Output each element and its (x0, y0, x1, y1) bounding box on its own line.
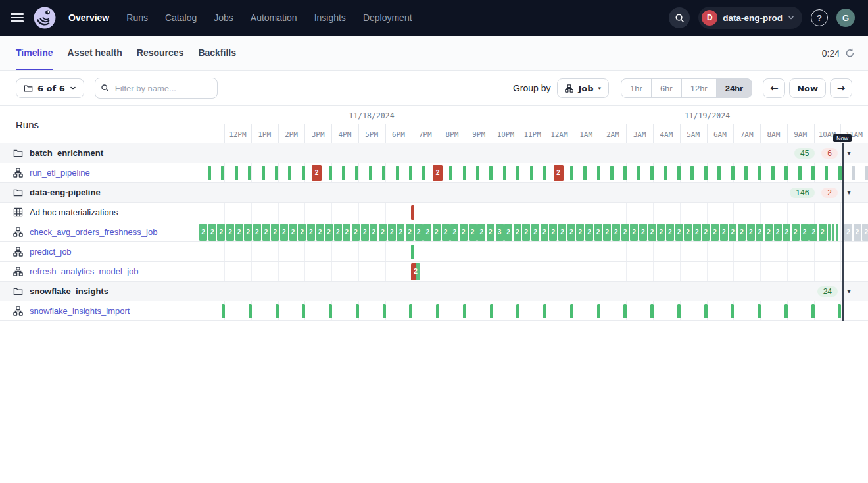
run-mark[interactable]: 2 (702, 224, 710, 241)
nav-item-overview[interactable]: Overview (68, 13, 109, 23)
run-mark[interactable]: 3 (496, 224, 504, 241)
run-mark[interactable]: 2 (361, 224, 369, 241)
run-mark[interactable] (690, 166, 694, 180)
group-row-batch-enrichment[interactable]: batch_enrichment456▾ (0, 143, 868, 163)
run-mark[interactable] (355, 166, 358, 180)
group-row-data-eng-pipeline[interactable]: data-eng-pipeline1462▾ (0, 183, 868, 203)
run-mark[interactable]: 2 (549, 224, 557, 241)
run-mark[interactable]: 2 (567, 224, 575, 241)
tab-asset-health[interactable]: Asset health (68, 36, 122, 70)
run-mark[interactable]: 2 (244, 224, 252, 241)
now-button[interactable]: Now (789, 78, 826, 98)
run-mark[interactable] (422, 166, 425, 180)
run-mark[interactable]: 2 (531, 224, 539, 241)
hamburger-menu-icon[interactable] (11, 13, 24, 22)
run-mark[interactable] (530, 166, 533, 180)
run-mark[interactable] (516, 166, 519, 180)
run-mark[interactable] (828, 224, 831, 241)
run-mark[interactable]: 2 (603, 224, 611, 241)
chevron-down-icon[interactable]: ▾ (844, 189, 854, 196)
run-mark[interactable] (302, 166, 305, 180)
row-name[interactable]: refresh_analytics_model_job (30, 267, 138, 276)
row-name[interactable]: snowflake_insights_import (30, 306, 130, 316)
nav-item-catalog[interactable]: Catalog (165, 13, 197, 23)
pan-right-button[interactable]: → (830, 78, 852, 98)
run-mark[interactable]: 2 (621, 224, 629, 241)
run-mark[interactable]: 2 (226, 224, 234, 241)
run-mark[interactable] (463, 166, 466, 180)
run-mark[interactable] (811, 166, 815, 180)
group-row-snowflake-insights[interactable]: snowflake_insights24▾ (0, 282, 868, 301)
run-mark[interactable]: 2 (541, 224, 548, 241)
run-mark[interactable]: 2 (765, 224, 773, 241)
run-mark[interactable]: 2 (504, 224, 512, 241)
run-mark[interactable] (798, 166, 802, 180)
run-mark[interactable]: 2 (298, 224, 306, 241)
run-mark[interactable] (865, 166, 868, 180)
run-mark[interactable]: 2 (262, 224, 270, 241)
tab-timeline[interactable]: Timeline (16, 36, 53, 70)
row-name[interactable]: run_etl_pipeline (30, 168, 90, 178)
run-mark[interactable] (409, 166, 412, 180)
run-mark[interactable]: 2 (738, 224, 746, 241)
run-mark[interactable]: 2 (711, 224, 719, 241)
run-mark[interactable] (543, 304, 546, 318)
run-mark[interactable] (784, 166, 788, 180)
run-mark[interactable]: 2 (844, 224, 852, 241)
pan-left-button[interactable]: ← (763, 78, 785, 98)
nav-item-insights[interactable]: Insights (314, 13, 346, 23)
run-mark[interactable] (329, 166, 332, 180)
run-mark[interactable]: 2 (217, 224, 225, 241)
run-mark[interactable]: 2 (854, 224, 861, 241)
run-mark[interactable]: 2 (415, 224, 423, 241)
run-mark[interactable]: 2 (253, 224, 261, 241)
run-mark[interactable]: 2 (554, 165, 564, 181)
run-mark[interactable]: 2 (747, 224, 755, 241)
run-mark[interactable]: 2 (433, 165, 443, 181)
run-mark[interactable] (852, 166, 855, 180)
run-mark[interactable]: 2 (199, 224, 207, 241)
workspace-switcher[interactable]: D data-eng-prod (698, 7, 802, 29)
run-mark[interactable]: 2 (522, 224, 530, 241)
run-mark[interactable]: 2 (343, 224, 350, 241)
run-mark[interactable] (489, 166, 493, 180)
run-mark[interactable]: 2 (477, 224, 485, 241)
run-mark[interactable]: 2 (666, 224, 674, 241)
run-mark[interactable]: 2 (809, 224, 817, 241)
run-mark[interactable]: 2 (862, 224, 868, 241)
range-24hr[interactable]: 24hr (716, 78, 752, 98)
run-mark[interactable]: 2 (675, 224, 683, 241)
chevron-down-icon[interactable]: ▾ (844, 288, 854, 295)
run-mark[interactable] (276, 304, 279, 318)
nav-item-automation[interactable]: Automation (251, 13, 297, 23)
run-mark[interactable]: 2 (693, 224, 701, 241)
help-icon[interactable]: ? (811, 9, 828, 26)
user-avatar[interactable]: G (836, 9, 855, 27)
run-mark[interactable] (650, 166, 654, 180)
run-mark[interactable] (838, 166, 842, 180)
run-mark[interactable]: 2 (235, 224, 243, 241)
run-mark[interactable] (329, 304, 332, 318)
run-mark[interactable]: 2 (514, 224, 521, 241)
tab-backfills[interactable]: Backfills (198, 36, 236, 70)
run-mark[interactable]: 2 (657, 224, 665, 241)
run-mark[interactable] (623, 166, 627, 180)
run-mark[interactable]: 2 (639, 224, 647, 241)
run-mark[interactable] (396, 166, 399, 180)
run-mark[interactable]: 2 (397, 224, 404, 241)
run-mark[interactable] (664, 166, 667, 180)
nav-item-deployment[interactable]: Deployment (363, 13, 412, 23)
run-mark[interactable]: 2 (307, 224, 315, 241)
run-mark[interactable] (409, 304, 412, 318)
run-mark[interactable] (832, 224, 834, 241)
nav-item-runs[interactable]: Runs (126, 13, 148, 23)
run-mark[interactable] (463, 304, 466, 318)
run-mark[interactable]: 2 (325, 224, 333, 241)
run-mark[interactable]: 2 (576, 224, 584, 241)
run-mark[interactable] (677, 304, 681, 318)
run-mark[interactable] (836, 224, 838, 241)
run-mark[interactable]: 2 (783, 224, 790, 241)
run-mark[interactable] (717, 166, 721, 180)
run-mark[interactable] (275, 166, 278, 180)
run-mark[interactable]: 2 (411, 263, 420, 280)
